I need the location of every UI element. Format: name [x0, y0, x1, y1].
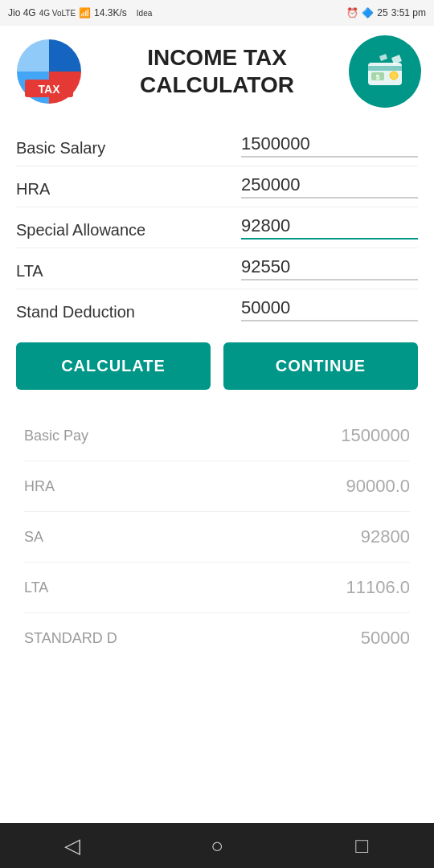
stand-deduction-input[interactable]	[241, 297, 418, 321]
svg-point-5	[390, 72, 398, 80]
result-lta-value: 11106.0	[346, 577, 410, 598]
lta-label: LTA	[16, 262, 161, 280]
lta-row: LTA	[16, 248, 418, 289]
wallet-icon: $	[363, 50, 407, 93]
alarm-icon: ⏰	[346, 7, 358, 18]
result-basic-pay-value: 1500000	[341, 425, 410, 446]
wallet-icon-container: $	[349, 35, 421, 108]
basic-salary-label: Basic Salary	[16, 139, 161, 158]
stand-deduction-label: Stand Deduction	[16, 303, 161, 321]
results-section: Basic Pay 1500000 HRA 90000.0 SA 92800 L…	[0, 403, 434, 671]
hra-input[interactable]	[241, 174, 418, 199]
result-hra-value: 90000.0	[346, 476, 410, 497]
bottom-navigation: ◁ ○ □	[0, 823, 434, 868]
hra-label: HRA	[16, 180, 161, 199]
hra-row: HRA	[16, 166, 418, 207]
time-text: 3:51 pm	[391, 7, 426, 18]
result-lta-label: LTA	[24, 579, 48, 596]
app-header: TAX INCOME TAXCALCULATOR $	[0, 26, 434, 117]
result-basic-pay-label: Basic Pay	[24, 428, 88, 444]
carrier-alt: Idea	[137, 9, 152, 18]
result-hra-label: HRA	[24, 478, 55, 495]
basic-salary-row: Basic Salary	[16, 125, 418, 166]
result-basic-pay: Basic Pay 1500000	[24, 411, 410, 461]
carrier-text: Jio 4G	[8, 7, 36, 18]
result-sa-value: 92800	[361, 526, 410, 547]
back-button[interactable]: ◁	[48, 829, 96, 862]
result-standard-d-value: 50000	[361, 628, 410, 649]
svg-text:$: $	[375, 73, 379, 81]
svg-text:TAX: TAX	[39, 83, 61, 96]
special-allowance-label: Special Allowance	[16, 221, 161, 240]
home-button[interactable]: ○	[193, 829, 241, 862]
result-sa: SA 92800	[24, 512, 410, 563]
special-allowance-input[interactable]	[241, 215, 418, 240]
result-standard-d-label: STANDARD D	[24, 630, 117, 647]
status-bar: Jio 4G 4G VoLTE 📶 14.3K/s Idea ⏰ 🔷 25 3:…	[0, 0, 434, 26]
recent-apps-button[interactable]: □	[338, 829, 386, 862]
svg-rect-4	[368, 66, 402, 71]
action-buttons: CALCULATE CONTINUE	[0, 330, 434, 403]
basic-salary-input[interactable]	[241, 133, 418, 158]
status-left: Jio 4G 4G VoLTE 📶 14.3K/s Idea	[8, 7, 152, 18]
app-logo: TAX	[13, 35, 85, 108]
battery-text: 25	[377, 7, 387, 18]
calculate-button[interactable]: CALCULATE	[16, 342, 211, 390]
carrier-type: 4G VoLTE	[39, 9, 76, 18]
stand-deduction-row: Stand Deduction	[16, 289, 418, 330]
status-right: ⏰ 🔷 25 3:51 pm	[346, 7, 426, 18]
input-form: Basic Salary HRA Special Allowance LTA S…	[0, 117, 434, 330]
lta-input[interactable]	[241, 256, 418, 280]
bluetooth-icon: 🔷	[362, 7, 374, 18]
continue-button[interactable]: CONTINUE	[223, 342, 418, 390]
result-sa-label: SA	[24, 529, 43, 546]
result-hra: HRA 90000.0	[24, 461, 410, 512]
app-title: INCOME TAXCALCULATOR	[98, 44, 336, 98]
result-standard-d: STANDARD D 50000	[24, 613, 410, 663]
speed-text: 14.3K/s	[94, 7, 127, 18]
result-lta: LTA 11106.0	[24, 563, 410, 613]
special-allowance-row: Special Allowance	[16, 207, 418, 248]
signal-bars: 📶	[79, 7, 91, 18]
